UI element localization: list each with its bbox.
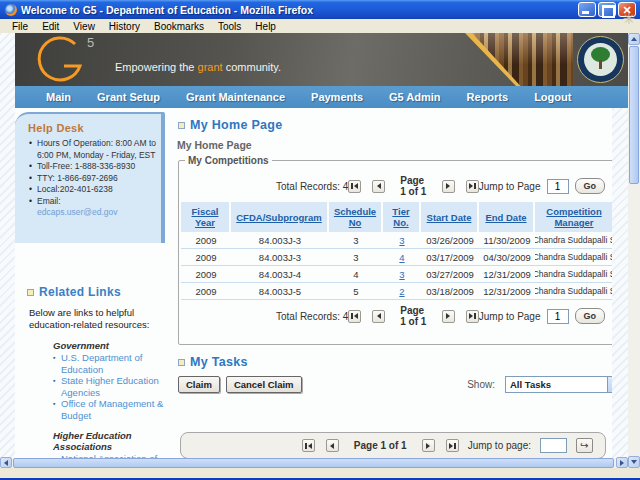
competitions-table: Fiscal YearCFDA/SubprogramSchedule NoTie… <box>181 202 612 300</box>
related-link[interactable]: Office of Management & Budget <box>53 398 167 421</box>
menu-file[interactable]: File <box>5 21 35 32</box>
cell-start-date: 03/17/2009 <box>421 249 479 266</box>
firefox-icon <box>5 4 17 16</box>
scroll-down-icon[interactable] <box>628 456 640 468</box>
next-page-button[interactable] <box>422 439 435 452</box>
menu-help[interactable]: Help <box>248 21 283 32</box>
chevron-down-icon[interactable] <box>607 377 612 392</box>
first-page-button[interactable] <box>302 439 315 452</box>
bookshelf-image <box>423 33 573 86</box>
cell-schedule-no: 3 <box>329 249 383 266</box>
scroll-left-icon[interactable] <box>0 457 12 468</box>
cell-schedule-no: 3 <box>329 232 383 249</box>
cell-cfda: 84.003J-4 <box>231 266 329 283</box>
main-column: My Home Page My Home Page My Competition… <box>175 108 612 468</box>
horizontal-scrollbar[interactable] <box>0 458 628 468</box>
menu-view[interactable]: View <box>66 21 102 32</box>
nav-item-grant-setup[interactable]: Grant Setup <box>84 91 173 103</box>
jump-to-page-input[interactable] <box>547 309 569 324</box>
section-bullet-icon <box>178 122 185 129</box>
related-link[interactable]: State Higher Education Agencies <box>53 375 167 398</box>
jump-to-page-input[interactable] <box>540 438 567 453</box>
column-header-competition-manager[interactable]: Competition Manager <box>535 202 612 232</box>
help-desk-panel: Help Desk Hours Of Operation: 8:00 AM to… <box>15 112 165 243</box>
show-tasks-select[interactable]: All Tasks <box>505 376 612 393</box>
cell-tier-no: 2 <box>383 283 421 300</box>
minimize-button[interactable] <box>578 2 596 17</box>
page-title: My Home Page <box>178 118 612 132</box>
vertical-scroll-thumb[interactable] <box>629 46 639 184</box>
scroll-right-icon[interactable] <box>616 457 628 468</box>
help-desk-item: Local:202-401-6238 <box>28 184 157 196</box>
show-tasks-selected-value: All Tasks <box>506 379 607 390</box>
nav-item-logout[interactable]: Logout <box>521 91 584 103</box>
jump-to-page-input[interactable] <box>547 179 569 194</box>
cell-start-date: 03/26/2009 <box>421 232 479 249</box>
window-title: Welcome to G5 - Department of Education … <box>21 4 578 16</box>
first-page-button[interactable] <box>348 180 361 193</box>
tier-no-link[interactable]: 4 <box>399 252 404 263</box>
prev-page-button[interactable] <box>372 310 385 323</box>
go-button[interactable]: Go <box>575 178 606 194</box>
cell-competition-manager: Chandra Suddapalli S <box>535 283 612 300</box>
tier-no-link[interactable]: 2 <box>399 286 404 297</box>
vertical-scrollbar[interactable] <box>628 33 640 468</box>
scroll-up-icon[interactable] <box>628 33 640 45</box>
next-page-button[interactable] <box>442 180 455 193</box>
cell-competition-manager: Chandra Suddapalli S <box>535 249 612 266</box>
cell-fiscal-year: 2009 <box>181 283 231 300</box>
nav-item-main[interactable]: Main <box>33 91 84 103</box>
help-desk-email-link[interactable]: edcaps.user@ed.gov <box>37 207 157 219</box>
total-records: Total Records: 4 <box>276 311 348 322</box>
cell-fiscal-year: 2009 <box>181 266 231 283</box>
page-pagination-bar: Page 1 of 1 Jump to page: ↪ <box>180 432 606 459</box>
nav-item-g5-admin[interactable]: G5 Admin <box>376 91 454 103</box>
pagination-bottom: Total Records: 4 Page 1 of 1 Jump to Pag… <box>181 304 612 328</box>
page-indicator: Page 1 of 1 <box>400 305 427 327</box>
jump-to-page-label: Jump to page: <box>468 440 531 451</box>
column-header-schedule-no[interactable]: Schedule No <box>329 202 383 232</box>
maximize-button[interactable] <box>598 2 616 17</box>
first-page-button[interactable] <box>348 310 361 323</box>
jump-to-page-label: Jump to Page <box>479 181 541 192</box>
menu-bookmarks[interactable]: Bookmarks <box>147 21 211 32</box>
show-label: Show: <box>467 379 495 390</box>
nav-item-grant-maintenance[interactable]: Grant Maintenance <box>173 91 298 103</box>
menu-edit[interactable]: Edit <box>35 21 66 32</box>
cell-cfda: 84.003J-3 <box>231 249 329 266</box>
tier-no-link[interactable]: 3 <box>399 269 404 280</box>
my-competitions-fieldset: My Competitions Total Records: 4 Page 1 … <box>178 155 612 345</box>
jump-go-arrow-button[interactable]: ↪ <box>576 438 593 453</box>
cancel-claim-button[interactable]: Cancel Claim <box>226 376 302 393</box>
cell-competition-manager: Chandra Suddapalli S <box>535 266 612 283</box>
cell-schedule-no: 5 <box>329 283 383 300</box>
prev-page-button[interactable] <box>372 180 385 193</box>
column-header-cfda-subprogram[interactable]: CFDA/Subprogram <box>231 202 329 232</box>
help-desk-item: TTY: 1-866-697-2696 <box>28 173 157 185</box>
related-link[interactable]: U.S. Department of Education <box>53 352 167 375</box>
go-button[interactable]: Go <box>575 308 606 324</box>
menu-tools[interactable]: Tools <box>211 21 248 32</box>
prev-page-button[interactable] <box>326 439 339 452</box>
help-desk-item: Hours Of Operation: 8:00 AM to 6:00 PM, … <box>28 138 157 161</box>
last-page-button[interactable] <box>466 310 479 323</box>
last-page-button[interactable] <box>446 439 459 452</box>
column-header-start-date[interactable]: Start Date <box>421 202 479 232</box>
menu-history[interactable]: History <box>102 21 147 32</box>
next-page-button[interactable] <box>442 310 455 323</box>
tier-no-link[interactable]: 3 <box>399 235 404 246</box>
last-page-button[interactable] <box>466 180 479 193</box>
nav-item-payments[interactable]: Payments <box>298 91 376 103</box>
column-header-fiscal-year[interactable]: Fiscal Year <box>181 202 231 232</box>
column-header-end-date[interactable]: End Date <box>479 202 535 232</box>
cell-end-date: 04/30/2009 <box>479 249 535 266</box>
nav-item-reports[interactable]: Reports <box>454 91 522 103</box>
claim-button[interactable]: Claim <box>178 376 220 393</box>
horizontal-scroll-thumb[interactable] <box>13 458 614 468</box>
page-subtitle: My Home Page <box>177 139 612 151</box>
cell-fiscal-year: 2009 <box>181 232 231 249</box>
column-header-tier-no-[interactable]: Tier No. <box>383 202 421 232</box>
menu-bar: FileEditViewHistoryBookmarksToolsHelp <box>0 19 640 33</box>
related-links-group-heading: Government <box>53 340 167 351</box>
cell-start-date: 03/27/2009 <box>421 266 479 283</box>
